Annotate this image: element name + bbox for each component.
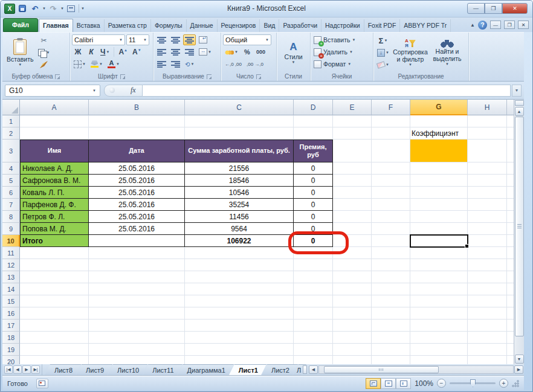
formula-input[interactable] — [143, 85, 511, 97]
name-box-dropdown-icon[interactable]: ▼ — [92, 89, 96, 92]
cell-E8[interactable] — [333, 211, 372, 223]
row-header-1[interactable]: 1 — [2, 115, 20, 127]
delete-cells-button[interactable]: ×Удалить▼ — [312, 47, 371, 57]
bold-button[interactable]: Ж — [72, 47, 84, 57]
cell-F17[interactable] — [372, 320, 410, 332]
row-header-6[interactable]: 6 — [2, 187, 20, 199]
insert-function-button[interactable]: fx — [131, 86, 136, 95]
cell-C6[interactable]: 10546 — [185, 187, 294, 199]
cell-H12[interactable] — [468, 259, 507, 271]
page-break-view-button[interactable] — [396, 378, 411, 389]
fill-color-button[interactable]: ▼ — [89, 59, 105, 69]
cell-G1[interactable] — [410, 115, 468, 127]
font-color-button[interactable]: А▼ — [106, 59, 121, 69]
orientation-button[interactable]: ⟲▼ — [183, 59, 196, 69]
cell-H6[interactable] — [468, 187, 507, 199]
cell-H18[interactable] — [468, 332, 507, 344]
cell-A4[interactable]: Николаев А. Д. — [20, 162, 89, 175]
cell-A1[interactable] — [20, 115, 89, 127]
row-header-8[interactable]: 8 — [2, 211, 20, 223]
cell-G7[interactable] — [410, 199, 468, 211]
page-layout-view-button[interactable] — [381, 378, 396, 389]
clipboard-dialog-launcher-icon[interactable] — [55, 74, 60, 79]
cell-E18[interactable] — [333, 332, 372, 344]
col-header-A[interactable]: A — [20, 100, 89, 115]
align-top-button[interactable] — [155, 34, 168, 45]
cell-F19[interactable] — [372, 344, 410, 356]
cell-A14[interactable] — [20, 283, 89, 295]
format-cells-button[interactable]: Формат▼ — [312, 59, 371, 69]
paste-dropdown-icon[interactable]: ▼ — [18, 63, 22, 67]
horizontal-scrollbar[interactable]: ◀ ▶ — [308, 365, 524, 374]
decrease-indent-button[interactable] — [155, 59, 168, 69]
cell-C8[interactable]: 11456 — [185, 211, 294, 223]
cell-A12[interactable] — [20, 259, 89, 271]
row-header-17[interactable]: 17 — [2, 320, 20, 332]
vertical-scrollbar[interactable]: ▲ ▼ — [514, 100, 524, 364]
percent-style-button[interactable]: % — [241, 47, 253, 57]
cell-F20[interactable] — [372, 356, 410, 364]
next-sheet-icon[interactable]: ▶ — [22, 365, 31, 374]
cell-E16[interactable] — [333, 307, 372, 320]
cell-A13[interactable] — [20, 271, 89, 283]
zoom-slider[interactable] — [450, 382, 496, 384]
cell-C2[interactable] — [185, 127, 294, 140]
cell-G19[interactable] — [410, 344, 468, 356]
cell-A17[interactable] — [20, 320, 89, 332]
sort-filter-button[interactable]: АЯ Сортировка и фильтр▼ — [391, 34, 430, 72]
cell-E14[interactable] — [333, 283, 372, 295]
tab-Разработчи[interactable]: Разработчи — [279, 19, 321, 32]
shrink-font-button[interactable]: А▼ — [131, 47, 143, 57]
cell-G12[interactable] — [410, 259, 468, 271]
cell-F9[interactable] — [372, 223, 410, 235]
paste-button[interactable]: Вставить ▼ — [4, 34, 36, 72]
cell-B2[interactable] — [89, 127, 185, 140]
align-center-button[interactable] — [169, 47, 182, 57]
cell-G2[interactable]: Коэффициэнт — [410, 127, 468, 140]
cell-E17[interactable] — [333, 320, 372, 332]
cell-C17[interactable] — [185, 320, 294, 332]
cell-D6[interactable]: 0 — [294, 187, 333, 199]
tab-Формулы[interactable]: Формулы — [151, 19, 187, 32]
number-dialog-launcher-icon[interactable] — [256, 74, 261, 79]
cell-F4[interactable] — [372, 162, 410, 175]
cell-E5[interactable] — [333, 175, 372, 187]
cell-H8[interactable] — [468, 211, 507, 223]
alignment-dialog-launcher-icon[interactable] — [207, 74, 212, 79]
autosum-button[interactable]: Σ▼ — [375, 35, 391, 46]
cell-B12[interactable] — [89, 259, 185, 271]
cell-H14[interactable] — [468, 283, 507, 295]
row-header-20[interactable]: 20 — [2, 356, 20, 364]
cell-G6[interactable] — [410, 187, 468, 199]
row-header-4[interactable]: 4 — [2, 162, 20, 175]
cell-F1[interactable] — [372, 115, 410, 127]
tab-ABBYY PDF Tr[interactable]: ABBYY PDF Tr — [400, 19, 451, 32]
scroll-left-icon[interactable]: ◀ — [309, 365, 318, 374]
cell-B5[interactable]: 25.05.2016 — [89, 175, 185, 187]
cell-C1[interactable] — [185, 115, 294, 127]
prev-sheet-icon[interactable]: ◀ — [13, 365, 22, 374]
italic-button[interactable]: К — [85, 47, 97, 57]
cell-H16[interactable] — [468, 307, 507, 320]
cell-B19[interactable] — [89, 344, 185, 356]
cell-D2[interactable] — [294, 127, 333, 140]
macro-record-button[interactable] — [36, 379, 48, 388]
cell-G15[interactable] — [410, 295, 468, 307]
cell-D20[interactable] — [294, 356, 333, 364]
cell-H9[interactable] — [468, 223, 507, 235]
find-select-button[interactable]: Найти и выделить▼ — [430, 34, 465, 72]
row-header-14[interactable]: 14 — [2, 283, 20, 295]
cell-B17[interactable] — [89, 320, 185, 332]
tab-Главная[interactable]: Главная — [39, 19, 73, 32]
workbook-close-icon[interactable]: ✕ — [518, 21, 529, 29]
cell-G20[interactable] — [410, 356, 468, 364]
cell-B18[interactable] — [89, 332, 185, 344]
cell-B9[interactable]: 25.05.2016 — [89, 223, 185, 235]
cell-B10[interactable] — [89, 235, 185, 247]
font-name-combo[interactable]: Calibri▼ — [72, 34, 125, 45]
cell-A7[interactable]: Парфенов Д. Ф. — [20, 199, 89, 211]
cell-C14[interactable] — [185, 283, 294, 295]
sheet-tab-Лист2[interactable]: Лист2 — [262, 364, 298, 375]
align-middle-button[interactable] — [169, 34, 182, 45]
cell-F2[interactable] — [372, 127, 410, 140]
